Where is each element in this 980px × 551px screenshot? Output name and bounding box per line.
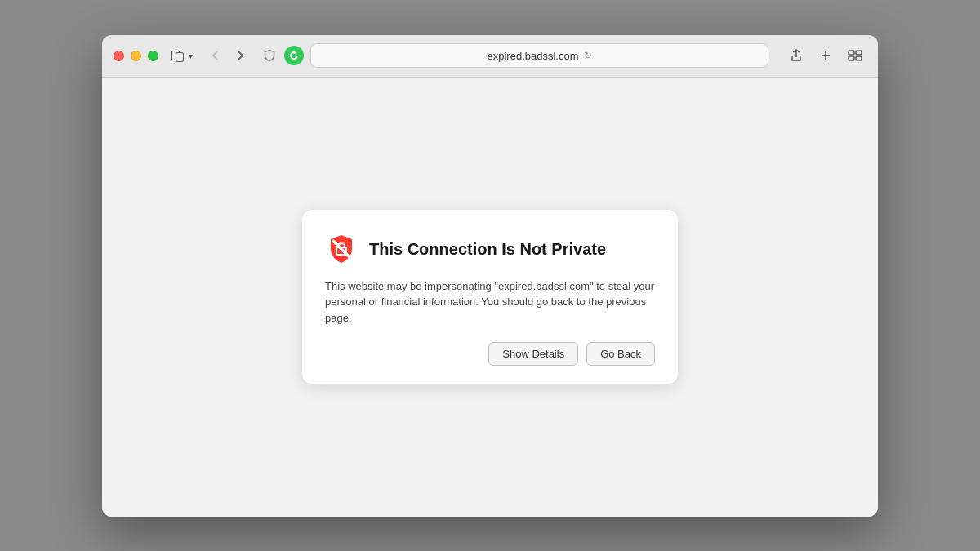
traffic-lights xyxy=(114,51,158,61)
toolbar-right xyxy=(785,44,866,67)
refresh-icon: ↻ xyxy=(584,50,592,61)
tab-switcher[interactable]: ▾ xyxy=(172,50,193,61)
close-button[interactable] xyxy=(114,51,124,61)
forward-icon xyxy=(234,49,247,62)
share-icon xyxy=(790,49,803,62)
browser-window: ▾ xyxy=(102,35,878,517)
back-icon xyxy=(209,49,222,62)
minimize-button[interactable] xyxy=(131,51,141,61)
title-bar: ▾ xyxy=(102,35,878,78)
forward-button[interactable] xyxy=(229,44,252,67)
warning-actions: Show Details Go Back xyxy=(325,342,655,366)
warning-header: This Connection Is Not Private xyxy=(325,233,655,265)
reload-button[interactable] xyxy=(284,46,304,65)
reload-icon xyxy=(289,51,299,60)
svg-rect-2 xyxy=(849,51,854,55)
show-details-button[interactable]: Show Details xyxy=(488,342,578,366)
address-bar[interactable]: expired.badssl.com ↻ xyxy=(310,43,768,68)
plus-icon xyxy=(819,49,832,62)
chevron-down-icon: ▾ xyxy=(189,51,193,60)
url-text: expired.badssl.com xyxy=(488,50,579,62)
tabs-button[interactable] xyxy=(844,44,866,67)
tabs-icon xyxy=(848,50,862,61)
svg-rect-3 xyxy=(856,51,862,55)
warning-title: This Connection Is Not Private xyxy=(369,239,606,259)
shield-icon xyxy=(261,47,278,64)
share-button[interactable] xyxy=(785,44,808,67)
tab-switcher-icon xyxy=(172,50,186,61)
maximize-button[interactable] xyxy=(148,51,158,61)
nav-buttons xyxy=(204,44,252,67)
svg-rect-5 xyxy=(856,56,862,60)
new-tab-button[interactable] xyxy=(814,44,837,67)
shield-svg xyxy=(263,49,276,62)
warning-body: This website may be impersonating "expir… xyxy=(325,278,655,327)
go-back-button[interactable]: Go Back xyxy=(586,342,655,366)
address-bar-area: expired.badssl.com ↻ xyxy=(261,43,768,68)
browser-content: This Connection Is Not Private This webs… xyxy=(102,78,878,517)
warning-dialog: This Connection Is Not Private This webs… xyxy=(302,210,678,384)
back-button[interactable] xyxy=(204,44,227,67)
svg-rect-4 xyxy=(849,56,854,60)
not-secure-icon xyxy=(325,233,358,265)
